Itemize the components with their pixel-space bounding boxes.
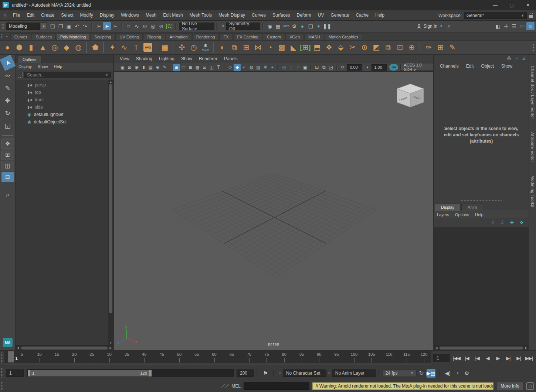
motion-blur-icon[interactable]: ◌ — [288, 64, 295, 71]
camera-attributes-icon[interactable]: ◉ — [133, 64, 140, 71]
safe-title-icon[interactable]: T — [215, 64, 222, 71]
shelf-tab-uv-editing[interactable]: UV Editing — [115, 33, 143, 40]
go-to-start-button[interactable]: |◀◀ — [452, 354, 461, 363]
outliner-menu-display[interactable]: Display — [16, 64, 35, 69]
sidebar-tab-modeling-toolkit[interactable]: Modeling Toolkit — [530, 175, 535, 208]
outliner-hscrollbar[interactable]: ◀ ▶ — [16, 345, 113, 350]
layer-editor-tab-anim[interactable]: Anim — [461, 204, 483, 211]
menu-set-dropdown-icon[interactable]: ▼ — [41, 23, 47, 30]
make-live-icon[interactable]: [C] — [165, 22, 173, 30]
resolution-gate-icon[interactable]: ◙ — [187, 64, 194, 71]
snap-to-curve-icon[interactable]: ∿ — [133, 22, 141, 30]
play-backwards-button[interactable]: ◀ — [483, 354, 492, 363]
viewport-3d-canvas[interactable]: FRONTRIGHTyxzpersp — [114, 72, 433, 350]
menu-mesh[interactable]: Mesh — [142, 10, 160, 20]
channel-box-hscrollbar[interactable]: ◀ ▶ — [434, 345, 529, 350]
menu-create[interactable]: Create — [38, 10, 58, 20]
layer-menu-layers[interactable]: Layers — [434, 212, 452, 217]
bookmark-view-icon[interactable]: ▮ — [140, 64, 147, 71]
go-to-end-button[interactable]: ▶▶| — [524, 354, 534, 363]
channel-box-menu-edit[interactable]: Edit — [462, 64, 478, 69]
menu-help[interactable]: Help — [372, 10, 388, 20]
outliner-tab[interactable]: Outliner — [18, 56, 42, 63]
boolean-difference-icon[interactable]: ◔ — [264, 41, 276, 53]
menu-mesh-display[interactable]: Mesh Display — [215, 10, 248, 20]
render-current-frame-icon[interactable]: ▦ — [274, 22, 282, 30]
shelf-tab-poly-modeling[interactable]: Poly Modeling — [56, 33, 90, 40]
grease-pencil-icon[interactable]: ✎ — [161, 64, 168, 71]
sequence-icon[interactable]: ⧉ — [320, 64, 328, 71]
sidebar-tab-attribute-editor[interactable]: Attribute Editor — [530, 132, 535, 162]
playback-options-icon[interactable]: ▶▤ — [427, 369, 435, 378]
multi-cut-icon[interactable]: ✂ — [347, 41, 359, 53]
range-start-handle[interactable] — [28, 370, 30, 376]
zoom-search-icon[interactable]: ⌕ — [445, 22, 453, 30]
scroll-handle[interactable] — [21, 347, 107, 350]
home-icon[interactable]: ⌂ — [0, 12, 10, 18]
snap-to-point-icon[interactable]: ⊙ — [141, 22, 149, 30]
shelf-grip[interactable] — [1, 34, 4, 39]
snap-to-projected-center-icon[interactable]: ◎ — [149, 22, 157, 30]
chevron-down-icon[interactable]: ▼ — [221, 24, 225, 28]
select-by-hierarchy-icon[interactable]: ➢ — [95, 22, 103, 30]
symmetry-field[interactable]: Symmetry: Off — [226, 23, 260, 30]
menu-surfaces[interactable]: Surfaces — [269, 10, 293, 20]
bevel-icon[interactable]: ⬙ — [335, 41, 347, 53]
poly-cube-icon[interactable]: ⬢ — [13, 41, 25, 53]
menu-modify[interactable]: Modify — [77, 10, 96, 20]
select-by-component-icon[interactable]: ➣ — [111, 22, 119, 30]
smooth-icon[interactable]: ▩ — [276, 41, 288, 53]
outliner-item-defaultlightset[interactable]: ◉defaultLightSet — [16, 111, 108, 118]
auto-keyframe-icon[interactable]: ◔ — [453, 369, 462, 378]
rotate-tool[interactable]: ↻ — [1, 107, 14, 119]
outliner-item-front[interactable]: ▮◄front — [16, 96, 108, 103]
lattice-deform-icon[interactable]: ⊞ — [435, 41, 447, 53]
shelf-menu-icon[interactable]: ≡ — [4, 35, 10, 40]
safe-action-icon[interactable]: ◫ — [208, 64, 215, 71]
open-scene-icon[interactable]: ❐ — [57, 22, 65, 30]
menu-file[interactable]: File — [10, 10, 23, 20]
scroll-handle[interactable] — [440, 347, 523, 350]
duplicate-face-icon[interactable]: ⧉ — [382, 41, 394, 53]
spherize-icon[interactable]: ⊕ — [406, 41, 418, 53]
viewport-menu-lighting[interactable]: Lighting — [159, 56, 179, 61]
wireframe-on-shaded-icon[interactable]: ▨ — [255, 64, 262, 71]
render-setup-icon[interactable]: ● — [298, 22, 306, 30]
animation-preferences-icon[interactable]: ⚙ — [462, 369, 471, 378]
film-gate-icon[interactable]: ▭ — [180, 64, 187, 71]
triangulate-icon[interactable]: ◣ — [288, 41, 299, 53]
occlusion-icon[interactable]: ◎ — [281, 64, 288, 71]
layer-create-assign-icon[interactable]: ✚ — [508, 218, 516, 226]
menu-curves[interactable]: Curves — [248, 10, 269, 20]
snapshot-icon[interactable]: ⊡ — [313, 64, 320, 71]
shelf-tab-animation[interactable]: Animation — [166, 33, 192, 40]
snap-to-view-plane-icon[interactable]: ⊘ — [157, 22, 165, 30]
channel-speed-icon[interactable]: ◔ — [513, 55, 520, 62]
construction-aid-icon[interactable]: ✣ — [176, 41, 188, 53]
shelf-tab-sculpting[interactable]: Sculpting — [90, 33, 115, 40]
boolean-union-icon[interactable]: ◐ — [217, 41, 228, 53]
color-space-select[interactable]: ACES 1.0 SDR-v — [400, 64, 433, 71]
range-grip-handle[interactable] — [1, 368, 4, 378]
textured-icon[interactable]: ◐ — [241, 64, 248, 71]
layer-create-empty-icon[interactable]: ❖ — [518, 218, 526, 226]
capture-icon[interactable]: ◲ — [328, 64, 335, 71]
contrast-icon[interactable]: ◑ — [363, 64, 370, 71]
more-info-button[interactable]: More Info — [496, 382, 523, 390]
lattice-icon[interactable]: ⊡ — [394, 41, 406, 53]
viewport-menu-view[interactable]: View — [120, 56, 134, 61]
freeze-transform-icon[interactable]: ❄0,0,0 — [200, 41, 211, 53]
channel-box-menu-show[interactable]: Show — [498, 64, 516, 69]
scroll-right-icon[interactable]: ▶ — [524, 347, 529, 350]
statusline-grip[interactable] — [1, 22, 4, 30]
image-plane-icon[interactable]: ▤ — [147, 64, 154, 71]
save-scene-icon[interactable]: ▣ — [65, 22, 73, 30]
poly-disc-icon[interactable]: ◍ — [72, 41, 84, 53]
timeline-grip[interactable] — [1, 352, 4, 364]
channel-box-menu-object[interactable]: Object — [477, 64, 498, 69]
scroll-handle[interactable] — [109, 84, 112, 313]
panel-splitter[interactable] — [461, 200, 502, 201]
shelf-tab-custom[interactable]: Custom — [263, 33, 285, 40]
shelf-tab-curves[interactable]: Curves — [10, 33, 31, 40]
shelf-tab-surfaces[interactable]: Surfaces — [32, 33, 56, 40]
